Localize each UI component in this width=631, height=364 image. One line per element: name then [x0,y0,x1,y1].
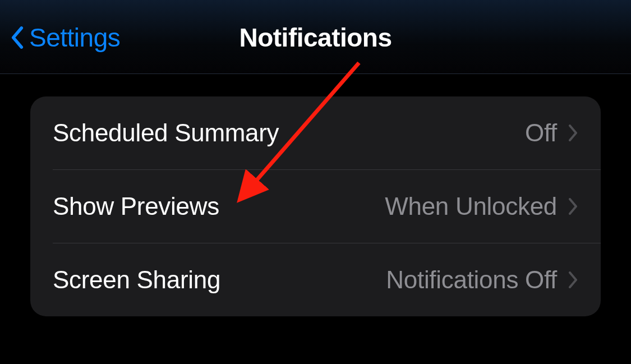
row-value: Notifications Off [386,266,557,294]
row-value: When Unlocked [385,192,557,220]
row-right: When Unlocked [385,192,578,220]
settings-list-group: Scheduled Summary Off Show Previews When… [30,96,601,316]
row-label: Show Previews [53,192,219,220]
row-right: Notifications Off [386,266,578,294]
chevron-right-icon [568,124,578,142]
navigation-header: Settings Notifications [0,0,631,74]
chevron-left-icon [10,25,25,50]
page-title: Notifications [239,22,392,53]
row-value: Off [525,119,557,147]
chevron-right-icon [568,271,578,289]
row-show-previews[interactable]: Show Previews When Unlocked [30,170,601,243]
chevron-right-icon [568,197,578,215]
row-label: Screen Sharing [53,266,220,294]
row-right: Off [525,119,578,147]
row-screen-sharing[interactable]: Screen Sharing Notifications Off [30,243,601,316]
row-label: Scheduled Summary [53,119,279,147]
back-label: Settings [29,22,120,53]
row-scheduled-summary[interactable]: Scheduled Summary Off [30,96,601,169]
back-button[interactable]: Settings [10,22,120,53]
